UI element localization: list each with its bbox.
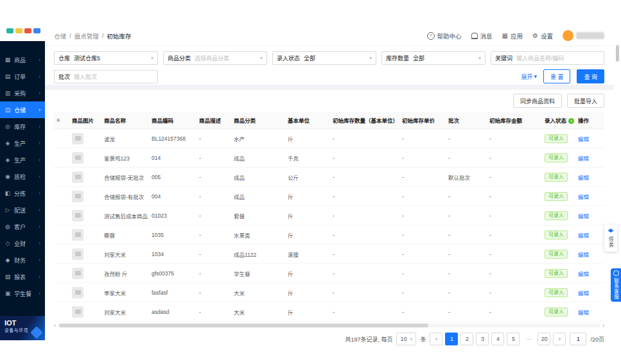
sync-products-button[interactable]: 同步商品资料 [513, 94, 562, 108]
sidebar-item-bizfinance[interactable]: ◇业财› [0, 235, 45, 252]
contact-support-floating-tab[interactable]: 联系客服 [611, 268, 621, 302]
settings-button[interactable]: ⚙ 设置 [532, 31, 553, 40]
scroll-right-icon[interactable]: › [602, 323, 604, 329]
cell-product-name: 合储报袋-无批次 [101, 173, 149, 181]
user-account[interactable] [563, 30, 604, 41]
cell-product-name: 李家大米 [101, 289, 149, 297]
entry-status-label: 录入状态 [277, 54, 300, 62]
scroll-left-icon[interactable]: ‹ [54, 323, 56, 329]
status-badge: 可录入 [545, 192, 568, 201]
brand-logo [6, 28, 40, 33]
sidebar-item-sorting[interactable]: ◧分拣› [0, 185, 45, 202]
help-center-button[interactable]: ? 帮助中心 [427, 31, 462, 40]
cell-product-name: 孜然粉 斤 [101, 270, 149, 277]
page-button-5[interactable]: 5 [507, 333, 520, 345]
scrollbar-thumb[interactable] [59, 324, 428, 327]
messages-label: 消息 [480, 31, 493, 40]
edit-link[interactable]: 编辑 [578, 175, 589, 181]
scrollbar-track[interactable] [58, 324, 600, 327]
edit-link[interactable]: 编辑 [578, 136, 589, 143]
edit-link[interactable]: 编辑 [578, 252, 589, 258]
sidebar-item-production2[interactable]: ◈生产› [0, 152, 45, 168]
cell-description: - [197, 309, 231, 315]
sidebar-item-quality[interactable]: ◉质检› [0, 168, 45, 185]
chevron-down-icon: ▾ [147, 55, 153, 61]
breadcrumb-separator: / [69, 32, 71, 39]
status-info-icon[interactable]: ? [568, 118, 574, 124]
sidebar-item-finance[interactable]: ◆财务› [0, 252, 45, 268]
filter-panel: 仓库 测试仓库5 ▾ 商品分类 选择商品分类 ▾ 录入状态 全部 ▾ 库存数量 … [45, 46, 613, 85]
search-button[interactable]: 查 询 [577, 69, 604, 83]
edit-link[interactable]: 编辑 [578, 155, 589, 162]
cell-description: - [197, 212, 231, 219]
purchase-icon: ▥ [4, 90, 11, 96]
cell-product-code: fasfasf [149, 290, 197, 296]
keyword-input[interactable]: 关键词 输入商品名称/编码 [491, 51, 604, 65]
cell-actions: 编辑 [575, 250, 599, 258]
product-image-placeholder-icon [72, 191, 83, 202]
status-badge: 可录入 [545, 250, 568, 259]
sidebar-item-inventory[interactable]: ◎库存› [0, 118, 45, 135]
page-button-20[interactable]: 20 [538, 333, 550, 345]
page-ellipsis[interactable]: ··· [522, 333, 535, 345]
breadcrumb-item[interactable]: 仓储 [54, 31, 66, 40]
cell-base-unit: 斤 [285, 270, 330, 277]
edit-link[interactable]: 编辑 [578, 271, 589, 277]
page-size-select[interactable]: 10 ▾ [396, 333, 416, 345]
col-entry-status: 录入状态? [542, 116, 575, 125]
cell-product-code: 01023 [149, 212, 197, 219]
prev-page-button[interactable]: ‹ [430, 333, 442, 345]
sidebar-item-product[interactable]: ▦商品› [0, 51, 45, 68]
cell-actions: 编辑 [575, 154, 599, 162]
page-button-3[interactable]: 3 [476, 333, 489, 345]
edit-link[interactable]: 编辑 [578, 194, 589, 200]
sidebar-item-order[interactable]: ▤订单› [0, 68, 45, 85]
cell-initial-price: - [399, 270, 446, 277]
col-product-code: 商品编码 [149, 116, 197, 124]
edit-link[interactable]: 编辑 [578, 309, 589, 316]
edit-link[interactable]: 编辑 [578, 290, 589, 297]
cell-category: 水产 [231, 135, 285, 143]
sidebar-item-customer[interactable]: ◍客户› [0, 218, 45, 235]
entry-status-select[interactable]: 录入状态 全部 ▾ [272, 51, 376, 65]
expand-toggle[interactable]: 展开 ▾ [521, 73, 537, 81]
app-canvas: ▦商品›▤订单›▥采购›◫仓储›◎库存›◈生产›◈生产›◉质检›◧分拣›▷配送›… [0, 0, 621, 364]
batch-input[interactable]: 批次 输入批次 [54, 70, 158, 83]
cell-entry-status: 可录入 [542, 153, 575, 162]
stock-qty-select[interactable]: 库存数量 全部 ▾ [381, 51, 485, 65]
sidebar-item-label: 库存 [14, 123, 26, 131]
chevron-right-icon: › [39, 123, 40, 130]
page-scrollbar-thumb[interactable] [616, 45, 619, 62]
col-initial-qty: 初始库存数量（基本单位） [330, 116, 399, 124]
page-jump-input[interactable] [570, 333, 586, 345]
page-button-2[interactable]: 2 [460, 333, 473, 345]
product-image-placeholder-icon [72, 171, 83, 183]
page-button-4[interactable]: 4 [491, 333, 504, 345]
sidebar-item-studentmeal[interactable]: ▣学生餐› [0, 285, 45, 302]
column-settings-icon[interactable]: ≡ [54, 117, 69, 123]
warehouse-select[interactable]: 仓库 测试仓库5 ▾ [54, 51, 158, 65]
cell-product-name: 刘家大米 [101, 250, 149, 258]
sidebar-item-production1[interactable]: ◈生产› [0, 135, 45, 152]
breadcrumb-item[interactable]: 盘点管理 [74, 31, 99, 40]
edit-link[interactable]: 编辑 [578, 232, 589, 239]
sidebar-item-report[interactable]: ▧报表› [0, 268, 45, 285]
cell-initial-qty: - [330, 135, 399, 142]
cell-initial-price: - [399, 174, 446, 180]
cell-product-name: 测试售后成本商品 [101, 212, 149, 220]
edit-link[interactable]: 编辑 [578, 213, 589, 220]
keyword-placeholder: 输入商品名称/编码 [516, 54, 564, 62]
messages-button[interactable]: 消息 [471, 31, 493, 40]
page-button-1[interactable]: 1 [445, 333, 458, 345]
table-row: 刘家大米1034-成品1122滚援----可录入编辑 [54, 245, 604, 264]
sidebar-item-delivery[interactable]: ▷配送› [0, 202, 45, 218]
batch-import-button[interactable]: 批量导入 [567, 94, 604, 108]
reset-button[interactable]: 重 置 [543, 69, 571, 83]
apps-button[interactable]: ▦ 应用 [502, 31, 523, 40]
cell-product-code: 1035 [149, 232, 197, 238]
category-select[interactable]: 商品分类 选择商品分类 ▾ [163, 51, 267, 65]
sidebar-item-warehouse[interactable]: ◫仓储› [0, 101, 45, 118]
next-page-button[interactable]: › [553, 333, 566, 345]
tasks-floating-tab[interactable]: 任务 [604, 225, 617, 252]
sidebar-item-purchase[interactable]: ▥采购› [0, 85, 45, 101]
